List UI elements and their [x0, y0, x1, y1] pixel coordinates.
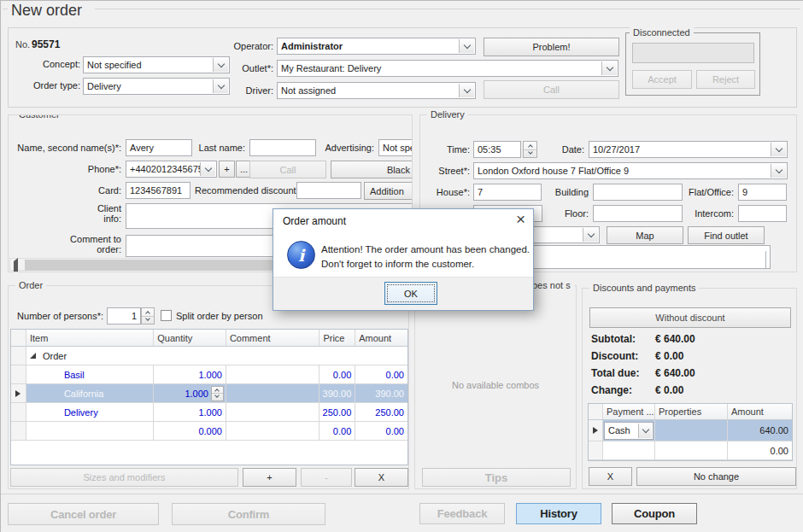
operator-select[interactable]: Administrator — [277, 38, 476, 55]
time-label: Time: — [427, 144, 470, 155]
concept-value: Not specified — [87, 60, 142, 70]
delete-item-button[interactable]: X — [355, 468, 408, 487]
ok-button[interactable]: OK — [384, 282, 437, 305]
expander-icon[interactable] — [30, 353, 36, 359]
comment-cell[interactable] — [226, 384, 319, 402]
payment-method-cell[interactable] — [603, 441, 655, 459]
chevron-down-icon[interactable] — [771, 164, 786, 178]
chevron-down-icon[interactable] — [638, 424, 652, 438]
remove-payment-button[interactable]: X — [589, 467, 632, 486]
add-item-button[interactable]: + — [243, 468, 296, 487]
confirm-button[interactable]: Confirm — [172, 503, 325, 525]
date-select[interactable]: 10/27/2017 — [589, 141, 788, 158]
col-price[interactable]: Price — [319, 330, 355, 346]
intercom-input[interactable] — [738, 205, 787, 222]
building-input[interactable] — [593, 184, 683, 201]
remove-item-button[interactable]: - — [301, 468, 352, 487]
new-order-window: New order No. 95571 Concept: Not specifi… — [0, 0, 803, 532]
history-button[interactable]: History — [516, 503, 601, 524]
coupon-button[interactable]: Coupon — [612, 503, 697, 524]
spin-up-icon[interactable] — [212, 387, 223, 394]
chevron-down-icon[interactable] — [200, 162, 215, 176]
outlet-select[interactable]: My Restaurant: Delivery — [277, 60, 618, 77]
map-button[interactable]: Map — [607, 226, 683, 244]
blacklist-button[interactable]: Black — [331, 161, 413, 178]
col-payment-method[interactable]: Payment ... — [603, 404, 655, 419]
payment-row-selected[interactable]: Cash 640.00 — [589, 420, 792, 441]
dialog-titlebar[interactable]: Order amount × — [273, 209, 533, 233]
driver-call-button[interactable]: Call — [484, 80, 619, 99]
feedback-button[interactable]: Feedback — [419, 503, 505, 524]
customer-call-button[interactable]: Call — [249, 161, 326, 178]
chevron-down-icon[interactable] — [771, 143, 786, 156]
advertising-select[interactable]: Not spe — [378, 139, 413, 156]
table-row-selected[interactable]: California 1.000 390.00 390.00 — [11, 384, 407, 403]
payment-method-editor[interactable]: Cash — [604, 422, 654, 440]
chevron-down-icon[interactable] — [583, 228, 598, 242]
table-row[interactable]: 0.000 0.00 0.00 — [11, 422, 407, 441]
without-discount-button[interactable]: Without discount — [589, 307, 791, 328]
top-panel: No. 95571 Concept: Not specified Order t… — [8, 27, 797, 108]
table-row[interactable]: Basil 1.000 0.00 0.00 — [11, 365, 407, 384]
add-phone-button[interactable]: + — [219, 161, 235, 178]
split-order-checkbox[interactable] — [161, 310, 172, 321]
payment-row[interactable]: 0.00 — [589, 441, 792, 460]
spin-down-icon[interactable] — [524, 149, 536, 158]
spin-down-icon[interactable] — [142, 316, 154, 324]
no-change-button[interactable]: No change — [636, 467, 796, 486]
close-icon[interactable]: × — [516, 210, 525, 229]
quantity-cell[interactable]: 1.000 — [154, 365, 226, 383]
chevron-down-icon[interactable] — [601, 61, 617, 75]
table-row-group[interactable]: Order — [11, 347, 407, 365]
card-input[interactable]: 1234567891 — [126, 182, 190, 199]
properties-cell[interactable] — [655, 441, 728, 459]
cancel-order-button[interactable]: Cancel order — [8, 503, 159, 525]
quantity-stepper[interactable] — [211, 386, 224, 401]
scroll-left-icon[interactable] — [14, 261, 18, 272]
chevron-down-icon[interactable] — [459, 84, 474, 97]
spin-up-icon[interactable] — [142, 308, 154, 316]
comment-cell[interactable] — [226, 403, 319, 421]
quantity-cell[interactable]: 1.000 — [154, 403, 226, 421]
house-input[interactable]: 7 — [473, 184, 542, 201]
last-name-input[interactable] — [249, 139, 316, 156]
time-stepper[interactable] — [523, 141, 537, 158]
quantity-cell-editor[interactable]: 1.000 — [154, 384, 226, 402]
customer-name-input[interactable]: Avery — [126, 139, 192, 156]
payment-method-cell[interactable]: Cash — [603, 420, 655, 441]
driver-select[interactable]: Not assigned — [277, 82, 476, 99]
flat-input[interactable]: 9 — [738, 184, 787, 201]
table-row[interactable]: Delivery 1.000 250.00 250.00 — [11, 403, 407, 422]
chevron-down-icon[interactable] — [459, 39, 474, 53]
payment-amount-cell[interactable]: 640.00 — [728, 420, 792, 441]
col-item[interactable]: Item — [26, 330, 154, 346]
spin-down-icon[interactable] — [212, 393, 223, 400]
spin-up-icon[interactable] — [524, 142, 536, 149]
phone-input[interactable]: +4402012345675 — [126, 161, 217, 178]
col-properties[interactable]: Properties — [655, 404, 728, 419]
find-outlet-button[interactable]: Find outlet — [688, 226, 765, 244]
time-input[interactable]: 05:35 — [473, 141, 521, 158]
payment-amount-cell[interactable]: 0.00 — [728, 441, 792, 459]
street-select[interactable]: London Oxford house 7 Flat/Office 9 — [473, 162, 788, 179]
col-quantity[interactable]: Quantity — [154, 330, 226, 346]
comment-cell[interactable] — [226, 422, 319, 440]
reject-button[interactable]: Reject — [696, 70, 755, 89]
tips-button[interactable]: Tips — [422, 468, 571, 487]
floor-input[interactable] — [593, 205, 683, 222]
sizes-modifiers-button[interactable]: Sizes and modifiers — [10, 468, 238, 487]
problem-button[interactable]: Problem! — [484, 38, 619, 56]
scroll-down-icon[interactable] — [765, 260, 766, 269]
properties-cell[interactable] — [655, 420, 728, 441]
col-amount[interactable]: Amount — [355, 330, 407, 346]
time-value: 05:35 — [478, 144, 501, 155]
addition-button[interactable]: Addition — [364, 182, 413, 200]
persons-input[interactable]: 1 — [107, 307, 141, 324]
col-comment[interactable]: Comment — [226, 330, 320, 346]
quantity-cell[interactable]: 0.000 — [154, 422, 226, 440]
comment-cell[interactable] — [226, 365, 319, 383]
accept-button[interactable]: Accept — [632, 70, 692, 89]
col-amount[interactable]: Amount — [728, 404, 792, 419]
persons-stepper[interactable] — [141, 307, 155, 324]
rec-discount-field[interactable] — [296, 182, 361, 199]
